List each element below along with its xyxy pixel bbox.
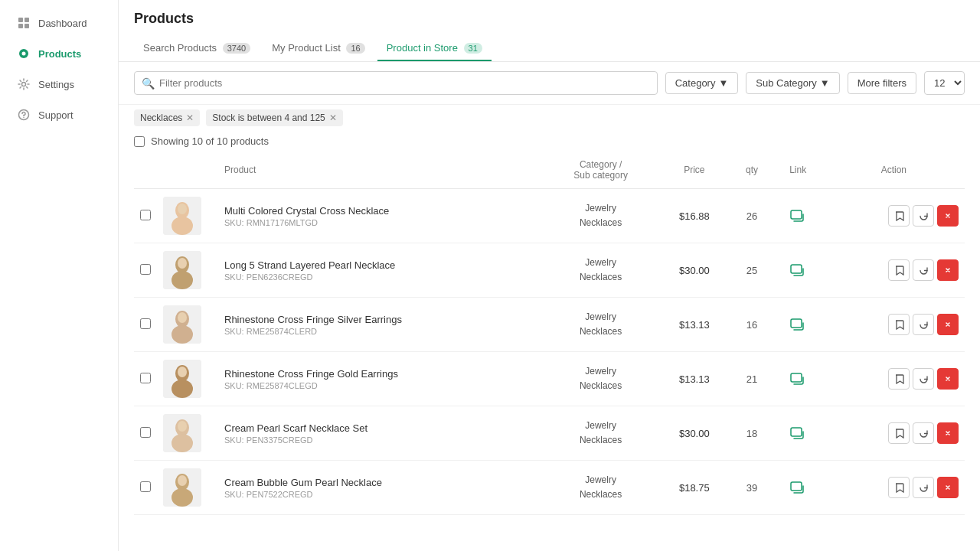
svg-point-18 (178, 258, 187, 269)
row-checkbox[interactable] (140, 427, 151, 438)
refresh-button[interactable] (913, 259, 934, 281)
col-link: Link (773, 152, 823, 189)
svg-point-36 (178, 421, 187, 432)
row-checkbox[interactable] (140, 210, 151, 220)
sidebar-item-settings[interactable]: Settings (5, 70, 113, 99)
product-price: $30.00 (658, 243, 731, 298)
refresh-button[interactable] (913, 205, 934, 227)
link-icon[interactable] (779, 480, 817, 495)
row-checkbox[interactable] (140, 318, 151, 329)
more-filters-button[interactable]: More filters (848, 72, 916, 94)
remove-button[interactable] (937, 259, 959, 281)
bookmark-button[interactable] (888, 477, 910, 498)
remove-button[interactable] (937, 368, 959, 390)
settings-icon (17, 77, 31, 91)
showing-text: Showing 10 of 10 products (151, 135, 269, 147)
product-image (163, 305, 201, 344)
product-category: Jewelry Necklaces (544, 243, 658, 298)
toolbar: 🔍 Category ▼ Sub Category ▼ More filters… (119, 62, 980, 105)
product-sku: SKU: RME25874CLERD (224, 327, 537, 336)
remove-button[interactable] (937, 422, 959, 444)
table-row: Rhinestone Cross Fringe Silver Earrings … (134, 298, 965, 352)
remove-button[interactable] (937, 205, 959, 227)
table-row: Rhinestone Cross Fringe Gold Earrings SK… (134, 352, 965, 406)
link-icon[interactable] (779, 317, 817, 332)
svg-rect-1 (24, 18, 29, 22)
link-icon[interactable] (779, 425, 817, 441)
link-icon[interactable] (779, 208, 817, 223)
svg-rect-3 (24, 24, 29, 28)
svg-point-6 (22, 83, 26, 86)
showing-row: Showing 10 of 10 products (119, 131, 980, 152)
bookmark-button[interactable] (888, 259, 910, 281)
col-category: Category /Sub category (544, 152, 658, 189)
chevron-down-icon: ▼ (718, 77, 728, 89)
svg-rect-37 (791, 428, 802, 436)
bookmark-button[interactable] (888, 205, 910, 227)
tab-my-product-list[interactable]: My Product List 16 (263, 36, 374, 61)
svg-point-12 (178, 204, 187, 214)
page-size-select[interactable]: 12 24 48 (924, 71, 965, 95)
product-price: $18.75 (658, 461, 731, 515)
product-name: Long 5 Strand Layered Pearl Necklace (224, 259, 537, 271)
sidebar-item-dashboard[interactable]: Dashboard (5, 8, 113, 37)
product-qty: 39 (731, 461, 773, 515)
products-tbody: Multi Colored Crystal Cross Necklace SKU… (134, 189, 965, 515)
search-input[interactable] (134, 71, 658, 95)
row-checkbox[interactable] (140, 481, 151, 492)
link-icon[interactable] (779, 371, 817, 386)
col-product: Product (218, 152, 544, 189)
sidebar-label-support: Support (38, 109, 74, 121)
bookmark-button[interactable] (888, 368, 910, 390)
remove-stock-filter[interactable]: ✕ (329, 113, 337, 122)
product-sku: SKU: PEN7522CREGD (224, 490, 537, 499)
sidebar-label-dashboard: Dashboard (38, 18, 87, 29)
dashboard-icon (17, 16, 31, 30)
product-actions (823, 352, 965, 406)
select-all-checkbox[interactable] (134, 136, 145, 147)
refresh-button[interactable] (913, 477, 934, 498)
category-filter-button[interactable]: Category ▼ (665, 72, 739, 94)
product-category: Jewelry Necklaces (544, 461, 658, 515)
product-category: Jewelry Necklaces (544, 298, 658, 352)
svg-point-29 (172, 380, 193, 398)
remove-button[interactable] (937, 477, 959, 498)
product-price: $13.13 (658, 298, 731, 352)
svg-point-23 (172, 325, 193, 344)
product-actions (823, 461, 965, 515)
remove-button[interactable] (937, 314, 959, 335)
product-category: Jewelry Necklaces (544, 406, 658, 461)
sidebar-item-support[interactable]: Support (5, 100, 113, 129)
col-action: Action (823, 152, 965, 189)
refresh-button[interactable] (913, 314, 934, 335)
row-checkbox[interactable] (140, 264, 151, 275)
remove-necklaces-filter[interactable]: ✕ (186, 113, 194, 122)
page-title: Products (134, 11, 965, 27)
svg-point-24 (178, 312, 187, 323)
subcategory-filter-button[interactable]: Sub Category ▼ (746, 72, 839, 94)
product-actions (823, 189, 965, 243)
bookmark-button[interactable] (888, 422, 910, 444)
refresh-button[interactable] (913, 368, 934, 390)
row-checkbox[interactable] (140, 373, 151, 383)
sidebar-item-products[interactable]: Products (5, 39, 113, 68)
product-price: $16.88 (658, 189, 731, 243)
product-image (163, 468, 201, 507)
tab-product-in-store[interactable]: Product in Store 31 (377, 36, 492, 61)
link-icon[interactable] (779, 262, 817, 278)
svg-rect-25 (791, 319, 802, 328)
product-name: Cream Bubble Gum Pearl Necklace (224, 477, 537, 488)
refresh-button[interactable] (913, 422, 934, 444)
product-price: $30.00 (658, 406, 731, 461)
bookmark-button[interactable] (888, 314, 910, 335)
tabs: Search Products 3740 My Product List 16 … (134, 36, 965, 61)
table-row: Long 5 Strand Layered Pearl Necklace SKU… (134, 243, 965, 298)
product-link-cell (773, 189, 823, 243)
product-link-cell (773, 298, 823, 352)
svg-point-5 (22, 52, 26, 56)
tab-search-products[interactable]: Search Products 3740 (134, 36, 260, 61)
svg-rect-31 (791, 373, 802, 382)
col-price: Price (658, 152, 731, 189)
product-price: $13.13 (658, 352, 731, 406)
col-qty: qty (731, 152, 773, 189)
